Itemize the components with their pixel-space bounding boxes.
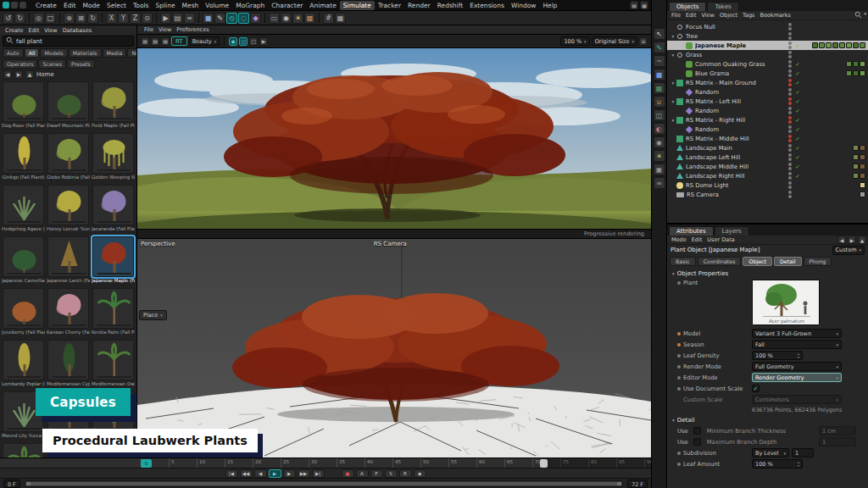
material-tag[interactable] <box>853 61 859 67</box>
goto-start-button[interactable]: |◀ <box>225 469 238 478</box>
asset-plant-ginkgo-fall-plant[interactable]: Ginkgo (Fall Plant) <box>1 132 46 184</box>
ab-compare-icon[interactable]: ◫ <box>239 37 248 46</box>
om-menu-tags[interactable]: Tags <box>740 12 757 19</box>
asset-plant-lombardy-poplar-fall[interactable]: Lombardy Poplar (Fall… <box>1 339 46 391</box>
menu-animate[interactable]: Animate <box>306 1 339 10</box>
category-tab-operators[interactable]: Operators <box>3 59 37 69</box>
visibility-dots[interactable] <box>788 125 793 133</box>
cube-tool[interactable]: ■ <box>654 69 665 80</box>
snapshot-icon[interactable]: ◉ <box>229 37 237 46</box>
expand-arrow-icon[interactable]: ▾ <box>670 99 676 104</box>
enable-check[interactable]: ✓ <box>794 61 801 68</box>
object-row-grass[interactable]: ▾Grass <box>667 50 868 59</box>
material-tag[interactable] <box>860 191 865 197</box>
render-view-icon[interactable]: ▶ <box>160 13 171 24</box>
am-menu-user-data[interactable]: User Data <box>704 236 737 243</box>
range-slider[interactable] <box>25 480 624 487</box>
viewport[interactable]: Perspective RS Camera Place ▾ <box>137 238 651 458</box>
paint-tool[interactable]: ◐ <box>654 123 665 135</box>
up-icon[interactable]: ▲ <box>858 236 866 244</box>
am-menu-mode[interactable]: Mode <box>669 236 689 243</box>
anim-dot[interactable] <box>677 332 681 336</box>
expand-arrow-icon[interactable]: ▾ <box>670 53 676 58</box>
object-row-rs-matrix-left-hill[interactable]: ▾RS Matrix - Left Hill✓ <box>667 97 868 106</box>
object-row-rs-dome-light[interactable]: RS Dome Light <box>667 180 868 190</box>
section-detail[interactable]: ▾Detail <box>667 414 868 425</box>
visibility-dots[interactable] <box>788 60 793 68</box>
object-row-tree[interactable]: ▾Tree <box>667 31 868 41</box>
asset-plant-dog-rose-fall-plant[interactable]: Dog-Rose (Fall Plant) <box>1 80 46 132</box>
menu-tracker[interactable]: Tracker <box>375 1 404 10</box>
enable-check[interactable]: ✓ <box>794 136 801 142</box>
visibility-dots[interactable] <box>788 88 793 96</box>
enable-check[interactable]: ✓ <box>794 126 801 133</box>
material-tag[interactable] <box>860 61 865 67</box>
workplane-icon[interactable]: ▦ <box>335 13 346 24</box>
asset-plant-golden-weeping-willo[interactable]: Golden Weeping Willo… <box>91 132 136 184</box>
render-image[interactable] <box>137 48 651 229</box>
object-row-landscape-right-hill[interactable]: Landscape Right Hill✓ <box>667 171 868 180</box>
material-tag[interactable] <box>860 70 865 76</box>
camera-icon[interactable]: ◉ <box>654 136 665 148</box>
checkbox-use-document-scale[interactable]: ✓ <box>752 385 760 392</box>
object-row-random[interactable]: Random✓ <box>667 106 868 115</box>
preset-dropdown[interactable]: Custom ▾ <box>832 246 865 255</box>
key-scale-button[interactable]: S <box>385 469 398 478</box>
size-dropdown[interactable]: Original Size▾ <box>592 36 637 46</box>
material-tag[interactable] <box>826 42 832 48</box>
enable-check[interactable]: ✓ <box>794 70 801 77</box>
panel-icon[interactable]: ▦ <box>640 1 648 9</box>
section-tab-coordinates[interactable]: Coordinates <box>698 257 742 266</box>
dropdown-model[interactable]: Variant 3 Full-Grown▾ <box>752 329 842 338</box>
display-icon[interactable]: ▣ <box>654 164 665 175</box>
section-tab-basic[interactable]: Basic <box>670 257 696 266</box>
visibility-dots[interactable] <box>788 23 793 30</box>
light-icon[interactable]: ☀ <box>654 150 665 162</box>
primitive-cube-icon[interactable]: ■ <box>203 13 214 24</box>
chevron-down-icon[interactable]: ▾ <box>864 11 866 20</box>
range-end-field[interactable]: 72 F <box>627 480 648 488</box>
filter-tab-auto[interactable]: Auto <box>3 48 24 58</box>
om-menu-edit[interactable]: Edit <box>683 12 699 19</box>
asset-plant-japanese-maple-fall[interactable]: Japanese Maple (Fall … <box>91 236 136 287</box>
om-menu-bookmarks[interactable]: Bookmarks <box>757 12 793 19</box>
rv-menu-preferences[interactable]: Preferences <box>174 26 211 33</box>
enable-check[interactable]: ✓ <box>794 42 801 49</box>
anim-dot[interactable] <box>677 343 681 347</box>
settings-icon[interactable]: ≡ <box>654 177 665 189</box>
range-handle-left[interactable] <box>26 482 31 485</box>
dropdown-custom-scale[interactable]: Centimeters▾ <box>752 395 842 404</box>
asset-plant-kanzan-cherry-fall-p[interactable]: Kanzan Cherry (Fall P… <box>46 287 91 339</box>
scene-camera-icon[interactable]: ◉ <box>281 13 292 24</box>
visibility-dots[interactable] <box>788 51 793 58</box>
material-icon[interactable]: ▩ <box>304 13 315 24</box>
material-tag[interactable] <box>860 173 865 179</box>
scale-tool-icon[interactable]: ⊠ <box>75 13 86 24</box>
enable-check[interactable]: ✓ <box>794 173 801 180</box>
axis-y-icon[interactable]: Y <box>118 13 129 24</box>
material-tag[interactable] <box>819 42 825 48</box>
object-row-focus-null[interactable]: Focus Null <box>667 22 868 31</box>
menu-simulate[interactable]: Simulate <box>340 1 375 10</box>
filter-tab-materials[interactable]: Materials <box>69 48 102 58</box>
section-object-properties[interactable]: ▾Object Properties <box>667 268 868 279</box>
new-document-icon[interactable] <box>11 2 18 8</box>
goto-end-button[interactable]: ▶| <box>312 469 325 478</box>
save-image-icon[interactable]: ▤ <box>141 37 149 46</box>
menu-create[interactable]: Create <box>32 1 60 10</box>
pointer-tool[interactable]: ↖ <box>654 28 665 40</box>
anim-dot[interactable] <box>677 281 681 285</box>
value-field[interactable]: 100 %▴▾ <box>752 459 803 469</box>
timeline-ruler[interactable]: 0510152025303540455055606570758085900 <box>0 458 651 469</box>
menu-redshift[interactable]: Redshift <box>434 1 466 10</box>
object-row-rs-camera[interactable]: RS Camera <box>667 190 868 199</box>
dropdown-season[interactable]: Fall▾ <box>752 340 842 349</box>
visibility-dots[interactable] <box>788 144 793 152</box>
menu-mograph[interactable]: MoGraph <box>232 1 268 10</box>
material-tag[interactable] <box>853 145 859 151</box>
move-tool-icon[interactable]: ⊕ <box>64 13 75 24</box>
mirror-tool[interactable]: ◫ <box>654 109 665 121</box>
visibility-dots[interactable] <box>788 172 793 180</box>
visibility-dots[interactable] <box>788 69 793 77</box>
dropdown-editor-mode[interactable]: Render Geometry▾ <box>752 373 842 382</box>
